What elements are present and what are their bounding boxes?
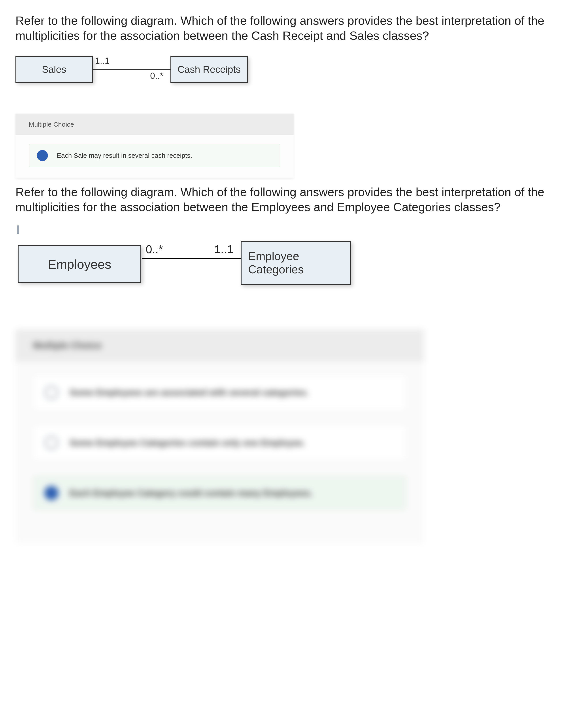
uml-class-sales: Sales [15, 56, 93, 83]
radio-selected-icon [37, 150, 48, 161]
uml-class-employee-categories: Employee Categories [241, 241, 351, 285]
q2-multiple-choice-card-blurred: Multiple Choice Some Employees are assoc… [15, 329, 424, 544]
uml-multiplicity-employees-side: 0..* [146, 243, 163, 256]
uml-class-cash-receipts: Cash Receipts [170, 56, 248, 83]
text-cursor-icon [17, 225, 19, 234]
radio-empty-icon [44, 385, 58, 400]
uml-class-employees: Employees [18, 245, 141, 283]
uml-multiplicity-cash-side: 0..* [150, 71, 163, 81]
q1-prompt: Refer to the following diagram. Which of… [15, 13, 548, 43]
q2-option-2-text: Some Employee Categories contain only on… [70, 438, 305, 448]
q2-option-3-selected[interactable]: Each Employee Category could contain man… [33, 476, 406, 510]
q2-prompt: Refer to the following diagram. Which of… [15, 185, 548, 214]
mc-body-blurred: Some Employees are associated with sever… [15, 362, 424, 530]
uml-multiplicity-categories-side: 1..1 [214, 243, 233, 256]
mc-header-label: Multiple Choice [15, 114, 294, 135]
uml-association-line [93, 69, 170, 70]
mc-body: Each Sale may result in several cash rec… [15, 135, 294, 178]
q1-uml-diagram: Sales 1..1 0..* Cash Receipts [15, 52, 249, 87]
q2-option-1[interactable]: Some Employees are associated with sever… [33, 375, 406, 410]
q1-selected-option[interactable]: Each Sale may result in several cash rec… [29, 144, 280, 167]
uml-class-line2: Categories [248, 263, 304, 276]
q1-option-text: Each Sale may result in several cash rec… [57, 152, 192, 159]
radio-empty-icon [44, 436, 58, 450]
uml-association-line [142, 258, 241, 259]
uml-multiplicity-sales-side: 1..1 [95, 56, 110, 66]
q2-option-1-text: Some Employees are associated with sever… [70, 388, 309, 398]
q2-uml-diagram: Employees 0..* 1..1 Employee Categories [15, 232, 360, 289]
radio-selected-icon [44, 486, 58, 500]
q2-option-3-text: Each Employee Category could contain man… [70, 488, 313, 498]
uml-class-line1: Employee [248, 250, 299, 263]
q1-multiple-choice-card: Multiple Choice Each Sale may result in … [15, 114, 294, 178]
mc-header-label-blurred: Multiple Choice [15, 329, 424, 362]
q2-option-2[interactable]: Some Employee Categories contain only on… [33, 425, 406, 460]
